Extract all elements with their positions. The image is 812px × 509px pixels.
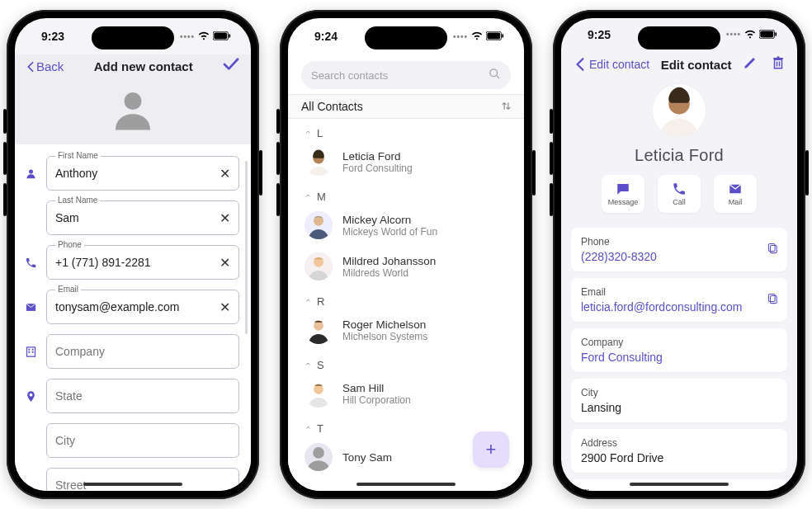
plus-icon: + [486, 439, 497, 460]
contacts-list[interactable]: ⌵ L Leticia Ford Ford Consulting ⌵ M Mic… [288, 119, 524, 491]
clear-icon[interactable]: ✕ [220, 299, 230, 315]
company-field[interactable]: Company [46, 334, 239, 369]
phone-value[interactable]: (228)320-8320 [581, 250, 777, 263]
email-value[interactable]: leticia.ford@fordconsulting.com [581, 300, 777, 313]
svg-rect-30 [771, 245, 777, 252]
contact-row[interactable]: Mickey Alcorn Mickeys World of Fun [288, 205, 524, 246]
first-name-field[interactable]: First Name Anthony ✕ [46, 156, 239, 191]
contact-subtitle: Mickeys World of Fun [342, 226, 437, 238]
dynamic-island [638, 26, 720, 49]
submit-button[interactable] [223, 58, 239, 75]
address-card[interactable]: Address 2900 Ford Drive [571, 429, 787, 473]
svg-point-24 [313, 447, 324, 459]
svg-rect-12 [502, 34, 503, 37]
city-input[interactable]: City [55, 434, 230, 447]
first-name-input[interactable]: Anthony [55, 167, 220, 180]
last-name-label: Last Name [55, 196, 100, 205]
clear-icon[interactable]: ✕ [220, 255, 230, 271]
home-indicator[interactable] [83, 483, 182, 486]
clear-icon[interactable]: ✕ [220, 166, 230, 181]
city-label: City [581, 387, 777, 398]
search-input[interactable]: Search contacts [301, 61, 511, 89]
profile-avatar[interactable] [652, 83, 706, 138]
status-time: 9:23 [41, 30, 64, 43]
cellular-icon: •••• [453, 32, 468, 41]
city-value: Lansing [581, 401, 777, 414]
scrollbar[interactable] [245, 161, 248, 334]
letter-label: M [317, 191, 326, 203]
back-button[interactable]: Edit contact [573, 57, 649, 72]
sort-icon[interactable] [502, 100, 511, 113]
cellular-icon: •••• [726, 30, 741, 39]
contact-row[interactable]: Roger Michelson Michelson Systems [288, 309, 524, 351]
zip-label: Zip [581, 488, 777, 491]
call-button[interactable]: Call [658, 175, 701, 213]
battery-icon [759, 28, 777, 41]
company-label: Company [581, 337, 777, 348]
contact-row[interactable]: Sam Hill Hill Corporation [288, 373, 524, 414]
phone-input[interactable]: +1 (771) 891-2281 [55, 256, 220, 269]
svg-point-4 [29, 169, 33, 173]
back-button[interactable]: Back [26, 59, 64, 73]
city-field[interactable]: City [46, 423, 239, 458]
street-field[interactable]: Street [46, 468, 239, 491]
letter-label: R [317, 295, 324, 308]
letter-group-header[interactable]: ⌵ M [288, 182, 524, 205]
add-contact-fab[interactable]: + [473, 431, 509, 468]
email-icon [21, 301, 40, 313]
chevron-down-icon: ⌵ [306, 425, 310, 433]
letter-group-header[interactable]: ⌵ L [288, 119, 524, 141]
svg-rect-27 [775, 32, 777, 35]
contact-row[interactable]: Leticia Ford Ford Consulting [288, 141, 524, 182]
contact-subtitle: Ford Consulting [342, 163, 413, 174]
svg-rect-26 [760, 31, 773, 37]
message-button[interactable]: Message [602, 175, 644, 213]
company-value: Ford Consulting [581, 351, 777, 364]
city-card[interactable]: City Lansing [571, 379, 787, 422]
last-name-input[interactable]: Sam [55, 211, 220, 224]
state-input[interactable]: State [55, 389, 230, 403]
svg-point-3 [125, 92, 142, 110]
phone-card[interactable]: Phone (228)320-8320 [571, 228, 787, 271]
phone-label: Phone [581, 236, 777, 247]
svg-rect-33 [768, 294, 775, 301]
email-card[interactable]: Email leticia.ford@fordconsulting.com [571, 278, 787, 322]
back-label: Back [36, 59, 64, 73]
contact-row[interactable]: Mildred Johansson Mildreds World [288, 246, 524, 287]
svg-rect-6 [28, 348, 30, 350]
phone-field[interactable]: Phone +1 (771) 891-2281 ✕ [46, 245, 239, 280]
edit-icon[interactable] [743, 55, 758, 73]
email-field[interactable]: Email tonysam@example.com ✕ [46, 290, 239, 324]
contact-name: Leticia Ford [342, 150, 413, 163]
last-name-field[interactable]: Last Name Sam ✕ [46, 200, 239, 235]
email-input[interactable]: tonysam@example.com [55, 300, 220, 313]
first-name-label: First Name [55, 151, 101, 160]
avatar [304, 211, 333, 239]
nav-bar: Edit contact Edit contact [561, 50, 797, 80]
svg-point-13 [490, 68, 498, 76]
clear-icon[interactable]: ✕ [220, 210, 230, 226]
state-field[interactable]: State [46, 379, 239, 413]
home-indicator[interactable] [356, 483, 456, 486]
home-indicator[interactable] [630, 483, 729, 486]
copy-icon[interactable] [767, 293, 779, 308]
form-area: First Name Anthony ✕ Last Name Sam ✕ Pho… [15, 144, 251, 491]
delete-icon[interactable] [771, 55, 786, 73]
letter-group-header[interactable]: ⌵ R [288, 287, 524, 309]
battery-icon [213, 30, 231, 43]
letter-group-header[interactable]: ⌵ S [288, 351, 524, 373]
wifi-icon [744, 28, 756, 41]
details-list: Phone (228)320-8320 Email leticia.ford@f… [561, 228, 797, 491]
svg-rect-11 [487, 33, 500, 40]
phone-label: Phone [55, 240, 84, 249]
avatar-placeholder-block[interactable] [15, 82, 251, 144]
mail-button[interactable]: Mail [714, 175, 757, 213]
company-card[interactable]: Company Ford Consulting [571, 328, 787, 372]
svg-point-23 [314, 384, 323, 394]
cellular-icon: •••• [180, 32, 195, 41]
company-input[interactable]: Company [55, 345, 230, 358]
location-icon [21, 390, 40, 403]
copy-icon[interactable] [767, 243, 779, 257]
email-label: Email [55, 285, 81, 294]
nav-title: Edit contact [661, 58, 732, 72]
